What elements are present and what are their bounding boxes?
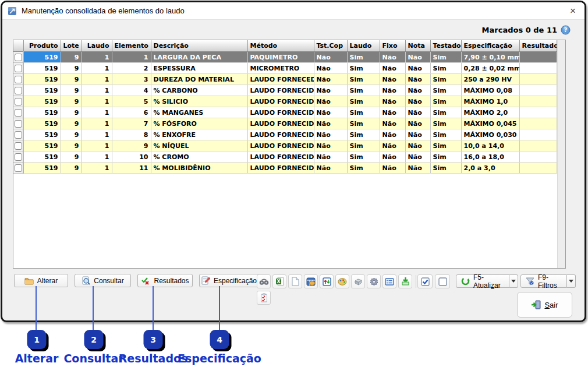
row-checkbox-cell bbox=[13, 140, 23, 151]
grid-edit-icon[interactable] bbox=[304, 274, 318, 288]
column-header-laudo[interactable]: Laudo bbox=[82, 40, 112, 52]
list-options-icon[interactable] bbox=[382, 274, 396, 288]
window-titlebar[interactable]: Manutenção consolidada de elementos do l… bbox=[2, 2, 585, 20]
column-header-tstcop[interactable]: Tst.Cop bbox=[314, 40, 347, 52]
f9-filtros-button[interactable]: F9-Filtros bbox=[520, 274, 567, 288]
column-header-fixo[interactable]: Fixo bbox=[380, 40, 405, 52]
f5-dropdown-arrow[interactable] bbox=[509, 274, 518, 288]
table-row[interactable]: 519 9 1 5 % SILICIO LAUDO FORNECIDO Não … bbox=[13, 96, 557, 107]
cell-especificacao: 250 a 290 HV bbox=[461, 74, 519, 85]
close-icon[interactable]: × bbox=[566, 5, 579, 17]
table-row[interactable]: 519 9 1 1 LARGURA DA PECA PAQUIMETRO Não… bbox=[13, 52, 557, 63]
cell-lote: 9 bbox=[61, 63, 82, 74]
column-header-testado[interactable]: Testado bbox=[430, 40, 461, 52]
cell-produto: 519 bbox=[23, 74, 61, 85]
table-row[interactable]: 519 9 1 4 % CARBONO LAUDO FORNECIDO Não … bbox=[13, 85, 557, 96]
cell-especificacao: MÁXIMO 0,030 bbox=[461, 129, 519, 140]
archive-box-icon[interactable] bbox=[351, 274, 365, 288]
row-checkbox[interactable] bbox=[15, 54, 22, 61]
row-checkbox[interactable] bbox=[15, 98, 22, 105]
callout-line-2 bbox=[93, 286, 94, 332]
import-arrow-icon[interactable] bbox=[398, 274, 412, 288]
row-checkbox-cell bbox=[13, 74, 23, 85]
row-checkbox-cell bbox=[13, 151, 23, 163]
row-checkbox[interactable] bbox=[15, 142, 22, 150]
row-checkbox[interactable] bbox=[15, 120, 22, 128]
table-row[interactable]: 519 9 1 10 % CROMO LAUDO FORNECIDO Não S… bbox=[13, 151, 557, 163]
callout-line-3 bbox=[153, 286, 154, 332]
palette-icon[interactable] bbox=[335, 274, 349, 288]
f9-dropdown-arrow[interactable] bbox=[567, 274, 576, 288]
table-row[interactable]: 519 9 1 2 ESPESSURA MICROMETRO Não Sim N… bbox=[13, 63, 557, 74]
row-checkbox-cell bbox=[13, 129, 23, 140]
cell-elemento: 10 bbox=[112, 151, 151, 163]
column-header-descricao[interactable]: Descrição bbox=[151, 40, 247, 52]
callout-number-2: 2 bbox=[84, 330, 104, 349]
consultar-button[interactable]: Consultar bbox=[75, 274, 131, 287]
f5-atualizar-button[interactable]: F5-Atualizar bbox=[456, 274, 509, 288]
table-row[interactable]: 519 9 1 8 % ENXOFRE LAUDO FORNECIDO Não … bbox=[13, 129, 557, 140]
column-header-resultado[interactable]: Resultado bbox=[519, 40, 557, 52]
alterar-icon bbox=[24, 277, 34, 285]
cell-laudo2: Sim bbox=[347, 96, 380, 107]
cell-tstcop: Não bbox=[314, 151, 347, 163]
cell-resultado bbox=[519, 107, 557, 118]
cell-descricao: LARGURA DA PECA bbox=[151, 52, 247, 63]
cell-fixo: Não bbox=[380, 63, 405, 74]
column-header-laudo2[interactable]: Laudo bbox=[347, 40, 380, 52]
resultados-label: Resultados bbox=[154, 277, 189, 285]
new-document-icon[interactable] bbox=[288, 274, 302, 288]
uncheck-all-icon[interactable] bbox=[435, 274, 450, 288]
sair-button[interactable]: Sair bbox=[517, 292, 572, 318]
column-header-elemento[interactable]: Elemento bbox=[112, 40, 151, 52]
table-row[interactable]: 519 9 1 7 % FÓSFORO LAUDO FORNECIDO Não … bbox=[13, 118, 557, 129]
check-buttons bbox=[417, 274, 450, 288]
row-checkbox[interactable] bbox=[15, 76, 22, 83]
cell-produto: 519 bbox=[23, 107, 61, 118]
cell-resultado bbox=[519, 85, 557, 96]
cell-laudo2: Sim bbox=[347, 151, 380, 163]
cell-fixo: Não bbox=[380, 118, 405, 129]
column-header-metodo[interactable]: Método bbox=[247, 40, 314, 52]
binoculars-icon[interactable] bbox=[257, 274, 271, 288]
marcados-status: Marcados 0 de 11 ? bbox=[482, 25, 571, 35]
row-checkbox[interactable] bbox=[15, 153, 22, 161]
row-checkbox[interactable] bbox=[15, 109, 22, 117]
column-header-produto[interactable]: Produto bbox=[23, 40, 61, 52]
sort-columns-icon[interactable] bbox=[320, 274, 334, 288]
check-all-icon[interactable] bbox=[417, 274, 433, 288]
row-checkbox[interactable] bbox=[15, 164, 22, 172]
table-row[interactable]: 519 9 1 11 % MOLIBIDÊNIO LAUDO FORNECIDO… bbox=[13, 163, 557, 174]
row-checkbox[interactable] bbox=[15, 87, 22, 94]
row-checkbox-cell bbox=[13, 107, 23, 118]
table-row[interactable]: 519 9 1 6 % MANGANES LAUDO FORNECIDO Não… bbox=[13, 107, 557, 118]
row-checkbox[interactable] bbox=[15, 65, 22, 72]
column-header-nota[interactable]: Nota bbox=[405, 40, 430, 52]
cell-resultado bbox=[519, 74, 557, 85]
cell-resultado bbox=[519, 52, 557, 63]
sair-label: Sair bbox=[544, 301, 558, 309]
elements-table: Produto Lote Laudo Elemento Descrição Mé… bbox=[13, 40, 557, 174]
column-header-lote[interactable]: Lote bbox=[61, 40, 82, 52]
column-header-especificacao[interactable]: Especificação bbox=[461, 40, 519, 52]
cell-nota: Não bbox=[405, 129, 430, 140]
row-checkbox[interactable] bbox=[15, 131, 22, 139]
cell-laudo: 1 bbox=[82, 118, 112, 129]
cell-laudo2: Sim bbox=[347, 85, 380, 96]
cell-testado: Sim bbox=[430, 163, 461, 174]
settings-gear-icon[interactable] bbox=[367, 274, 381, 288]
checklist-icon[interactable] bbox=[257, 291, 271, 305]
dialog-window: Manutenção consolidada de elementos do l… bbox=[1, 1, 586, 322]
resultados-button[interactable]: Resultados bbox=[137, 274, 193, 287]
cell-tstcop: Não bbox=[314, 96, 347, 107]
table-row[interactable]: 519 9 1 9 % NÍQUEL LAUDO FORNECIDO Não S… bbox=[13, 140, 557, 151]
especificacao-button[interactable]: Especificação bbox=[199, 274, 259, 287]
excel-export-icon[interactable]: X bbox=[272, 274, 286, 288]
help-icon[interactable]: ? bbox=[561, 25, 571, 35]
toolbar-separator bbox=[416, 275, 416, 288]
cell-descricao: DUREZA DO MATERIAL bbox=[151, 74, 247, 85]
table-row[interactable]: 519 9 1 3 DUREZA DO MATERIAL LAUDO FORNE… bbox=[13, 74, 557, 85]
alterar-button[interactable]: Alterar bbox=[14, 274, 68, 287]
cell-metodo: LAUDO FORNECIDO bbox=[247, 107, 314, 118]
cell-fixo: Não bbox=[380, 74, 405, 85]
